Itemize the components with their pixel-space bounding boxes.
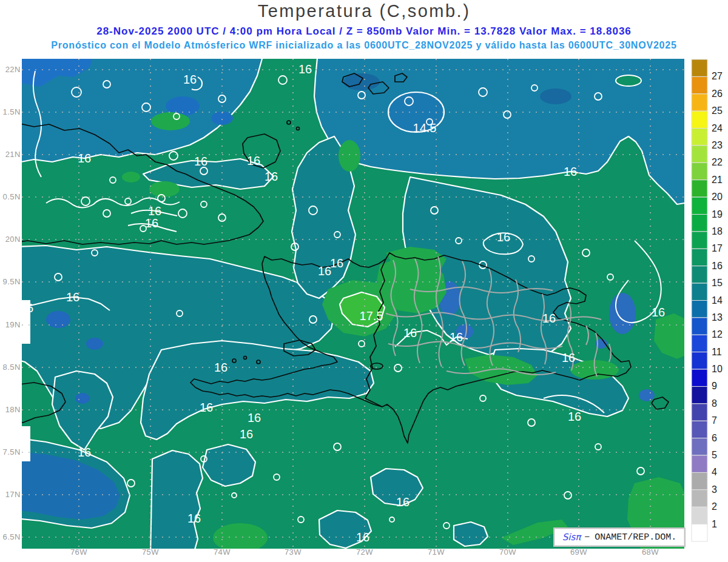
svg-text:16: 16 — [145, 216, 158, 230]
lat-tick-label: 1.5N — [0, 107, 21, 116]
svg-text:23: 23 — [712, 140, 723, 150]
credit-org: ONAMET/REP.DOM. — [595, 532, 676, 543]
svg-text:16: 16 — [148, 204, 161, 218]
svg-text:16: 16 — [562, 351, 575, 364]
svg-text:20: 20 — [712, 192, 723, 202]
lon-tick-label: 73W — [275, 547, 311, 557]
svg-text:16: 16 — [712, 261, 723, 271]
svg-text:2: 2 — [712, 501, 717, 512]
lat-tick-label: 20N — [0, 235, 21, 244]
weather-chart-page: Temperatura (C,somb.) 28-Nov-2025 2000 U… — [0, 0, 728, 562]
svg-text:9: 9 — [712, 381, 717, 391]
svg-text:5: 5 — [712, 450, 717, 460]
svg-text:8: 8 — [712, 398, 717, 409]
lon-tick-label: 68W — [632, 547, 669, 557]
svg-text:16: 16 — [248, 411, 261, 424]
sispi-logo: Sisπ — [562, 532, 581, 543]
svg-text:16: 16 — [652, 306, 665, 319]
lon-tick-label: 72W — [346, 547, 383, 557]
svg-text:16: 16 — [183, 73, 197, 86]
lon-tick-label: 75W — [132, 547, 169, 557]
credit-box: Sisπ − ONAMET/REP.DOM. — [553, 527, 686, 547]
svg-text:16: 16 — [247, 154, 260, 167]
lon-tick-label: 76W — [61, 547, 97, 557]
lon-tick-label: 69W — [561, 547, 597, 557]
svg-text:16: 16 — [542, 312, 556, 325]
svg-text:16: 16 — [298, 62, 312, 76]
svg-text:16: 16 — [356, 530, 369, 544]
svg-text:16: 16 — [564, 165, 577, 178]
lon-tick-label: 74W — [204, 547, 240, 557]
lat-tick-label: 8.5N — [0, 363, 21, 372]
svg-text:14.5: 14.5 — [413, 121, 437, 135]
svg-text:25: 25 — [712, 105, 723, 116]
credit-separator: − — [584, 532, 590, 543]
svg-text:16: 16 — [396, 495, 410, 509]
svg-text:26: 26 — [712, 89, 723, 99]
svg-text:16: 16 — [497, 230, 510, 244]
svg-text:13: 13 — [712, 312, 723, 323]
svg-text:16: 16 — [403, 326, 417, 340]
svg-text:22: 22 — [712, 157, 723, 167]
svg-text:14: 14 — [712, 295, 723, 306]
svg-text:16: 16 — [318, 264, 331, 278]
svg-text:18: 18 — [712, 226, 723, 236]
temperature-colorbar: 2726252423222120191817161514131211109876… — [689, 57, 728, 546]
svg-text:6: 6 — [712, 433, 717, 443]
lat-tick-label: 19N — [0, 320, 21, 329]
svg-text:27: 27 — [712, 71, 723, 81]
svg-text:16: 16 — [265, 170, 278, 183]
svg-text:24: 24 — [712, 123, 723, 133]
svg-text:1: 1 — [712, 519, 717, 529]
svg-text:16: 16 — [200, 401, 213, 414]
svg-text:3: 3 — [712, 484, 717, 495]
svg-text:16: 16 — [450, 330, 463, 344]
subtitle-model: Pronóstico con el Modelo Atmósferico WRF… — [0, 40, 728, 51]
svg-text:16: 16 — [194, 155, 207, 168]
svg-text:15: 15 — [712, 278, 723, 288]
svg-text:12: 12 — [712, 329, 723, 340]
lat-tick-label: 0.5N — [0, 192, 21, 201]
svg-text:16: 16 — [66, 290, 79, 304]
lat-tick-label: 7.5N — [0, 447, 21, 457]
svg-text:17: 17 — [712, 243, 723, 253]
svg-text:16: 16 — [330, 256, 343, 270]
svg-text:19: 19 — [712, 209, 723, 219]
svg-text:16: 16 — [214, 361, 228, 374]
svg-text:16: 16 — [78, 152, 91, 165]
lat-tick-label: 18N — [0, 405, 21, 414]
lat-tick-label: 21N — [0, 150, 21, 159]
page-title: Temperatura (C,somb.) — [0, 1, 728, 21]
svg-text:10: 10 — [712, 364, 723, 374]
lat-tick-label: 9.5N — [0, 277, 21, 286]
subtitle-datetime: 28-Nov-2025 2000 UTC / 4:00 pm Hora Loca… — [0, 25, 728, 38]
svg-text:4: 4 — [712, 467, 717, 477]
lat-tick-label: 17N — [0, 490, 21, 499]
svg-text:7: 7 — [712, 415, 717, 426]
svg-text:21: 21 — [712, 175, 723, 185]
svg-text:16: 16 — [240, 427, 253, 441]
svg-text:16: 16 — [568, 410, 581, 423]
svg-text:11: 11 — [712, 347, 722, 357]
temperature-map: 1616161616161616161616161616161616161616… — [22, 59, 684, 549]
lat-tick-label: 22N — [0, 65, 21, 74]
svg-text:16: 16 — [22, 301, 33, 315]
svg-text:16: 16 — [187, 512, 201, 525]
svg-text:16: 16 — [78, 446, 91, 459]
svg-text:17.5: 17.5 — [360, 309, 383, 323]
lat-tick-label: 6.5N — [0, 532, 21, 541]
lon-tick-label: 70W — [490, 547, 526, 557]
lon-tick-label: 71W — [418, 547, 454, 557]
